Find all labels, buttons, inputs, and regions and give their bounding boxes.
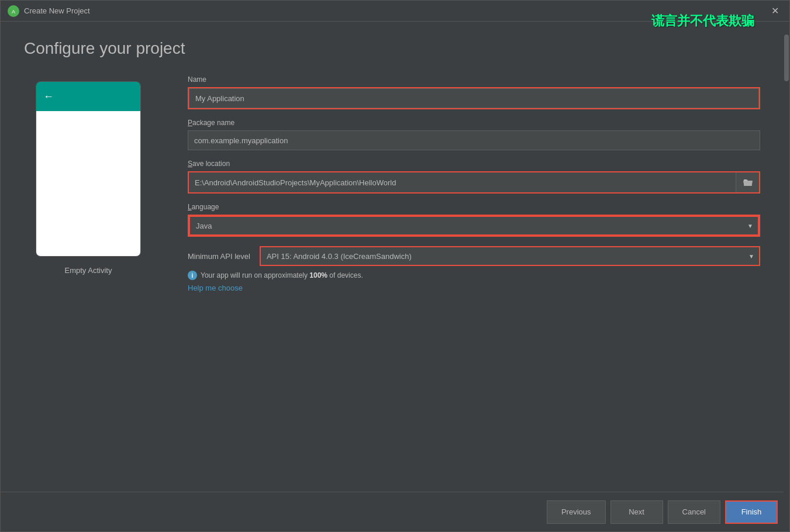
main-content: ← Empty Activity Name Package name xyxy=(1,70,789,492)
language-select-wrapper: Java Kotlin xyxy=(188,215,760,237)
phone-top-bar: ← xyxy=(36,82,140,111)
dialog-title: Create New Project xyxy=(24,6,90,15)
svg-text:A: A xyxy=(12,9,15,15)
browse-folder-button[interactable] xyxy=(736,172,759,192)
close-button[interactable]: ✕ xyxy=(768,4,782,18)
left-panel: ← Empty Activity xyxy=(24,70,153,492)
name-input-wrapper xyxy=(188,87,760,109)
api-level-field-group: Minimum API level API 15: Android 4.0.3 … xyxy=(188,246,760,292)
package-field-group: Package name xyxy=(188,119,760,150)
save-label: Save location xyxy=(188,160,760,168)
package-label-text: Package name xyxy=(188,119,234,127)
app-icon: A xyxy=(8,5,19,17)
save-input-wrapper xyxy=(188,171,760,194)
api-level-select[interactable]: API 15: Android 4.0.3 (IceCreamSandwich)… xyxy=(260,246,760,266)
page-title: Configure your project xyxy=(24,39,766,58)
package-input[interactable] xyxy=(188,130,760,150)
help-me-choose-link[interactable]: Help me choose xyxy=(188,284,760,292)
save-location-input[interactable] xyxy=(189,172,736,192)
language-select[interactable]: Java Kotlin xyxy=(189,216,759,236)
previous-button[interactable]: Previous xyxy=(547,500,606,524)
title-bar-left: A Create New Project xyxy=(8,5,90,17)
scrollbar-thumb[interactable] xyxy=(784,34,789,81)
title-bar: A Create New Project ✕ xyxy=(1,1,789,22)
api-label: Minimum API level xyxy=(188,252,250,261)
api-row: Minimum API level API 15: Android 4.0.3 … xyxy=(188,246,760,266)
api-select-wrapper: API 15: Android 4.0.3 (IceCreamSandwich)… xyxy=(260,246,760,266)
activity-label: Empty Activity xyxy=(65,266,112,275)
language-label: Language xyxy=(188,203,760,211)
page-header: Configure your project xyxy=(1,22,789,70)
name-field-group: Name xyxy=(188,75,760,109)
cancel-button[interactable]: Cancel xyxy=(668,500,720,524)
back-arrow-icon: ← xyxy=(43,91,54,103)
info-row: i Your app will run on approximately 100… xyxy=(188,271,760,280)
info-icon: i xyxy=(188,271,197,280)
scrollbar-track xyxy=(784,22,789,496)
phone-body xyxy=(36,111,140,256)
finish-button[interactable]: Finish xyxy=(725,500,778,524)
name-label: Name xyxy=(188,75,760,84)
language-label-text: Language xyxy=(188,203,219,211)
next-button[interactable]: Next xyxy=(610,500,663,524)
create-project-dialog: A Create New Project ✕ 谎言并不代表欺骗 Configur… xyxy=(0,0,790,532)
phone-preview: ← xyxy=(36,81,141,257)
language-field-group: Language Java Kotlin xyxy=(188,203,760,237)
save-location-field-group: Save location xyxy=(188,160,760,194)
info-text-pre: Your app will run on approximately xyxy=(201,271,309,279)
info-text-post: of devices. xyxy=(327,271,363,279)
name-input[interactable] xyxy=(189,88,759,108)
save-label-text: Save location xyxy=(188,160,230,168)
footer: Previous Next Cancel Finish xyxy=(1,492,789,531)
package-label: Package name xyxy=(188,119,760,127)
info-text: Your app will run on approximately 100% … xyxy=(201,271,363,279)
info-bold: 100% xyxy=(309,271,327,279)
info-icon-letter: i xyxy=(192,272,194,279)
right-panel: Name Package name Save location xyxy=(188,70,766,492)
